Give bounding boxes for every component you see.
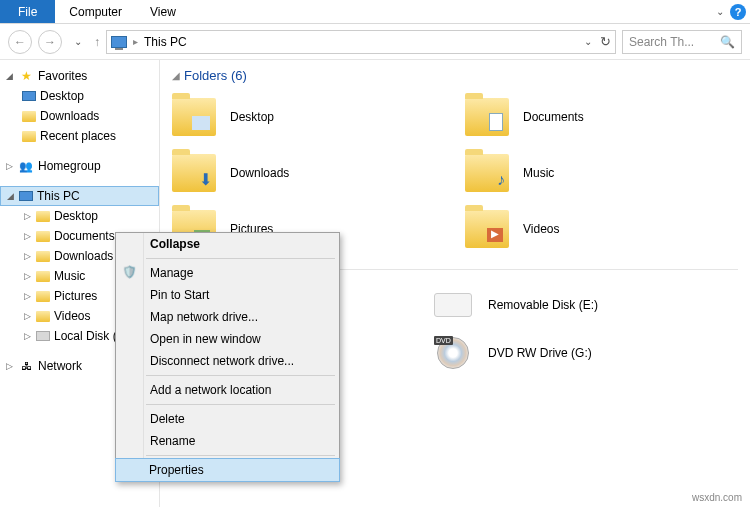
ribbon-expand-icon[interactable]: ⌄ (710, 6, 730, 17)
search-input[interactable]: Search Th... 🔍 (622, 30, 742, 54)
ctx-delete[interactable]: Delete (116, 408, 339, 430)
ctx-open-new-window[interactable]: Open in new window (116, 328, 339, 350)
folder-music[interactable]: ♪Music (465, 147, 738, 199)
ctx-disconnect-network-drive[interactable]: Disconnect network drive... (116, 350, 339, 372)
tree-this-pc[interactable]: ◢ This PC (0, 186, 159, 206)
ribbon-tab-computer[interactable]: Computer (55, 0, 136, 23)
history-dropdown-icon[interactable]: ⌄ (68, 36, 88, 47)
search-placeholder: Search Th... (629, 35, 694, 49)
tree-item-desktop[interactable]: Desktop (0, 86, 159, 106)
watermark: wsxdn.com (692, 492, 742, 503)
tree-homegroup[interactable]: ▷👥 Homegroup (0, 156, 159, 176)
tree-favorites-label: Favorites (38, 69, 87, 83)
folder-documents[interactable]: Documents (465, 91, 738, 143)
ribbon-tab-view[interactable]: View (136, 0, 190, 23)
device-removable-disk[interactable]: Removable Disk (E:) (432, 284, 738, 326)
tree-item-downloads[interactable]: Downloads (0, 106, 159, 126)
folder-videos[interactable]: ▶Videos (465, 203, 738, 255)
shield-icon: 🛡️ (122, 265, 137, 279)
ctx-pin-to-start[interactable]: Pin to Start (116, 284, 339, 306)
address-dropdown-icon[interactable]: ⌄ (584, 36, 592, 47)
help-icon[interactable]: ? (730, 4, 746, 20)
device-dvd-drive[interactable]: DVD RW Drive (G:) (432, 332, 738, 374)
ctx-manage[interactable]: 🛡️Manage (116, 262, 339, 284)
ctx-add-network-location[interactable]: Add a network location (116, 379, 339, 401)
tree-item-desktop2[interactable]: ▷Desktop (0, 206, 159, 226)
folder-downloads[interactable]: ⬇Downloads (172, 147, 445, 199)
pc-icon (111, 36, 127, 48)
address-bar[interactable]: ▸ This PC ⌄ ↻ (106, 30, 616, 54)
dvd-icon (437, 337, 469, 369)
ctx-map-network-drive[interactable]: Map network drive... (116, 306, 339, 328)
ctx-collapse[interactable]: Collapse (116, 233, 339, 255)
context-menu: Collapse 🛡️Manage Pin to Start Map netwo… (115, 232, 340, 482)
folder-desktop[interactable]: Desktop (172, 91, 445, 143)
ctx-rename[interactable]: Rename (116, 430, 339, 452)
forward-button[interactable]: → (38, 30, 62, 54)
removable-disk-icon (434, 293, 472, 317)
breadcrumb-sep-icon: ▸ (133, 36, 138, 47)
tree-item-recent[interactable]: Recent places (0, 126, 159, 146)
address-location: This PC (144, 35, 187, 49)
search-icon: 🔍 (720, 35, 735, 49)
ctx-properties[interactable]: Properties (115, 458, 340, 482)
folders-section-header[interactable]: ◢ Folders (6) (172, 68, 738, 83)
back-button[interactable]: ← (8, 30, 32, 54)
up-button[interactable]: ↑ (94, 35, 100, 49)
ribbon-file-tab[interactable]: File (0, 0, 55, 23)
tree-favorites[interactable]: ◢★ Favorites (0, 66, 159, 86)
refresh-button[interactable]: ↻ (600, 34, 611, 49)
disclosure-icon: ◢ (172, 70, 180, 81)
